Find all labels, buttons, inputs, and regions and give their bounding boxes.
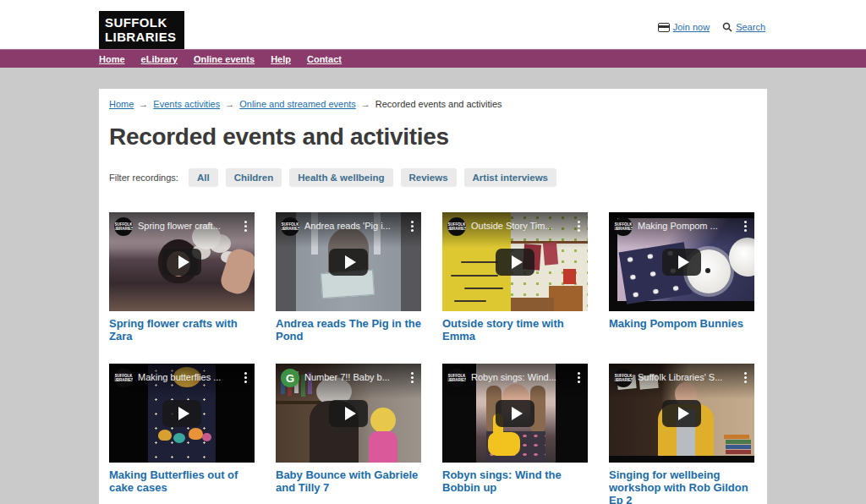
channel-avatar[interactable]: SUFFOLK LIBRARIES [447,369,466,387]
nav-item-elibrary[interactable]: eLibrary [141,54,178,64]
youtube-title-bar: SUFFOLK LIBRARIES Suffolk Libraries' S..… [609,364,754,399]
video-thumbnail-outside-story-time[interactable]: SUFFOLK LIBRARIES Outside Story Tim... [442,212,588,311]
video-card: SUFFOLK LIBRARIES Andrea reads 'Pig i...… [276,212,421,364]
join-now-label: Join now [673,22,710,32]
play-button[interactable] [162,249,201,276]
search-label: Search [736,22,765,32]
more-options-icon[interactable] [578,372,580,375]
thumbnail-art [218,246,255,297]
youtube-video-title[interactable]: Andrea reads 'Pig i... [304,217,406,234]
suffolk-libraries-logo[interactable]: SUFFOLK LIBRARIES [99,11,184,49]
video-card: SUFFOLK LIBRARIES Making Pompom ... Maki… [609,212,754,364]
video-caption-link[interactable]: Andrea reads The Pig in the Pond [276,317,421,342]
more-options-icon[interactable] [411,221,414,223]
play-button[interactable] [329,249,368,276]
video-caption-link[interactable]: Baby Bounce with Gabriele and Tilly 7 [276,468,421,494]
breadcrumb-online-streamed-events[interactable]: Online and streamed events [239,99,356,109]
nav-item-home[interactable]: Home [99,54,125,64]
breadcrumb-separator: → [361,99,370,109]
youtube-title-bar: G Number 7!! Baby b... [276,364,421,399]
page-title: Recorded events and activities [109,123,757,151]
video-caption-link[interactable]: Spring flower crafts with Zara [109,317,255,342]
join-now-link[interactable]: Join now [658,22,710,32]
filter-health-wellbeing-button[interactable]: Health & wellbeing [289,168,392,187]
thumbnail-art [454,300,486,302]
more-options-icon[interactable] [244,372,247,375]
filter-artist-interviews-button[interactable]: Artist interviews [464,168,556,187]
thumbnail-art [173,433,185,443]
video-thumbnail-pompom-bunnies[interactable]: SUFFOLK LIBRARIES Making Pompom ... [609,212,754,311]
video-thumbnail-spring-flower-crafts[interactable]: SUFFOLK LIBRARIES Spring flower craft... [109,212,255,311]
video-thumbnail-butterflies[interactable]: SUFFOLK LIBRARIES Making butterflies ... [109,364,255,463]
youtube-video-title[interactable]: Spring flower craft... [138,217,239,234]
video-card: SUFFOLK LIBRARIES Suffolk Libraries' S..… [609,364,754,504]
youtube-video-title[interactable]: Number 7!! Baby b... [304,369,406,386]
logo-line1: SUFFOLK [105,16,184,30]
youtube-title-bar: SUFFOLK LIBRARIES Making Pompom ... [609,212,754,248]
thumbnail-art [609,456,754,463]
video-card: SUFFOLK LIBRARIES Making butterflies ...… [109,364,255,504]
search-link[interactable]: Search [722,22,765,32]
video-thumbnail-singing-wellbeing[interactable]: SUFFOLK LIBRARIES Suffolk Libraries' S..… [609,364,754,463]
video-thumbnail-robyn-sings[interactable]: SUFFOLK LIBRARIES Robyn sings: Wind... [442,364,588,463]
header-utility-links: Join now Search [658,22,765,32]
channel-avatar[interactable]: G [281,369,299,387]
thumbnail-art [705,268,710,273]
play-button[interactable] [496,249,534,276]
video-grid: SUFFOLK LIBRARIES Spring flower craft...… [109,212,757,504]
filter-all-button[interactable]: All [189,168,218,187]
channel-avatar[interactable]: SUFFOLK LIBRARIES [447,217,466,236]
youtube-video-title[interactable]: Outside Story Tim... [471,217,573,234]
video-thumbnail-baby-bounce[interactable]: G Number 7!! Baby b... [276,364,421,463]
filter-children-button[interactable]: Children [226,168,282,187]
video-card: SUFFOLK LIBRARIES Spring flower craft...… [109,212,255,364]
video-caption-link[interactable]: Singing for wellbeing workshop with Rob … [609,468,754,504]
youtube-video-title[interactable]: Making butterflies ... [138,369,239,386]
youtube-video-title[interactable]: Making Pompom ... [638,217,739,234]
page-background: Home → Events activities → Online and st… [0,68,866,504]
breadcrumb: Home → Events activities → Online and st… [109,99,757,109]
play-button[interactable] [662,249,701,276]
thumbnail-art [370,408,396,433]
filter-label: Filter recordings: [109,173,178,183]
nav-item-online-events[interactable]: Online events [194,54,255,64]
filter-reviews-button[interactable]: Reviews [401,168,457,187]
more-options-icon[interactable] [244,221,247,223]
more-options-icon[interactable] [744,221,747,223]
youtube-video-title[interactable]: Robyn sings: Wind... [471,369,573,386]
video-caption-link[interactable]: Making Pompom Bunnies [609,317,754,330]
thumbnail-art [189,428,203,440]
youtube-video-title[interactable]: Suffolk Libraries' S... [638,369,739,386]
thumbnail-art [369,431,397,463]
channel-avatar[interactable]: SUFFOLK LIBRARIES [614,369,633,387]
breadcrumb-home[interactable]: Home [109,99,134,109]
thumbnail-art [726,450,751,454]
channel-avatar[interactable]: SUFFOLK LIBRARIES [614,217,633,236]
more-options-icon[interactable] [744,372,747,375]
play-button[interactable] [662,400,701,427]
video-thumbnail-andrea-reads[interactable]: SUFFOLK LIBRARIES Andrea reads 'Pig i... [276,212,421,311]
channel-avatar[interactable]: SUFFOLK LIBRARIES [114,217,133,236]
thumbnail-art [451,275,498,277]
nav-item-help[interactable]: Help [271,54,291,64]
video-card: SUFFOLK LIBRARIES Outside Story Tim... O… [442,212,588,364]
more-options-icon[interactable] [411,372,414,375]
thumbnail-art [461,261,498,263]
play-button[interactable] [329,400,368,427]
channel-avatar[interactable]: SUFFOLK LIBRARIES [281,217,299,236]
youtube-title-bar: SUFFOLK LIBRARIES Making butterflies ... [109,364,255,399]
channel-avatar[interactable]: SUFFOLK LIBRARIES [114,369,133,387]
video-caption-link[interactable]: Making Butterflies out of cake cases [109,468,255,494]
more-options-icon[interactable] [578,221,580,223]
nav-item-contact[interactable]: Contact [307,54,342,64]
play-button[interactable] [162,400,201,427]
breadcrumb-events-activities[interactable]: Events activities [153,99,220,109]
thumbnail-art [202,433,211,441]
play-button[interactable] [496,400,534,427]
video-caption-link[interactable]: Robyn sings: Wind the Bobbin up [442,468,588,494]
pointing-finger-emoji [488,432,520,456]
thumbnail-art [563,269,576,284]
logo-line2: LIBRARIES [105,30,184,44]
video-caption-link[interactable]: Outside story time with Emma [442,317,588,342]
library-card-icon [658,23,670,32]
